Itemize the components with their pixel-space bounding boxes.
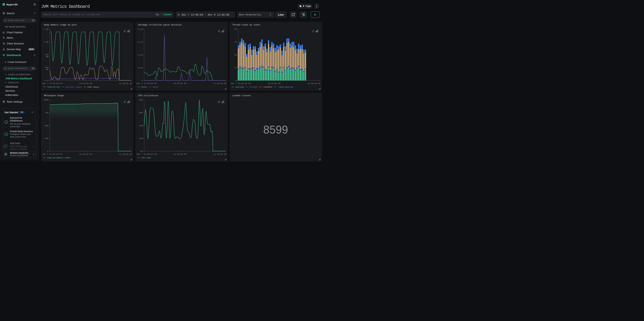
svg-text:CPU time: CPU time [142,157,151,159]
svg-text:10:30:00 PM: 10:30:00 PM [173,82,186,84]
svg-text:Loaded classes: Loaded classes [232,94,251,97]
svg-text:1 GB: 1 GB [44,28,48,30]
svg-text:Survivor Space: Survivor Space [66,86,82,88]
svg-text:0.16: 0.16 [138,28,142,30]
svg-text:minor: minor [142,86,147,88]
svg-text:75M: 75M [45,112,48,114]
svg-text:Dec 7 12:00:00 PM: Dec 7 12:00:00 PM [42,153,62,155]
svg-text:0: 0 [236,79,237,82]
svg-text:waiting: waiting [236,86,244,88]
svg-text:Garbage collection pause durat: Garbage collection pause duration [138,23,182,26]
svg-text:0.08: 0.08 [138,54,142,56]
svg-text:Heap memory usage by pool: Heap memory usage by pool [44,23,77,26]
svg-text:30: 30 [234,54,237,56]
svg-text:Metaspace Usage: Metaspace Usage [44,94,64,97]
svg-text:11:30:00 AM: 11:30:00 AM [213,153,226,155]
svg-text:timed_waiting: timed_waiting [278,86,293,88]
svg-text:10:30:00 PM: 10:30:00 PM [173,153,186,155]
svg-text:MB: MB [46,68,48,70]
svg-text:major: major [153,86,159,88]
svg-text:10:30:00 PM: 10:30:00 PM [79,82,92,84]
svg-text:0: 0 [47,150,48,152]
svg-text:40%: 40% [139,99,142,101]
svg-text:Dec 7 12:00:00 PM: Dec 7 12:00:00 PM [137,153,156,155]
svg-text:25M: 25M [45,137,48,140]
svg-text:10:30:00 PM: 10:30:00 PM [268,82,280,84]
svg-text:50M: 50M [45,125,48,127]
svg-text:8599: 8599 [263,123,288,136]
svg-text:20%: 20% [139,125,142,127]
svg-text:Thread count by state: Thread count by state [232,23,260,26]
svg-text:CPU utilization: CPU utilization [138,94,158,97]
svg-text:11:30:00 AM: 11:30:00 AM [119,82,132,84]
svg-text:11:30:00 AM: 11:30:00 AM [308,82,320,84]
svg-text:11:30:00 AM: 11:30:00 AM [213,82,226,84]
svg-text:10%: 10% [139,137,142,140]
svg-text:Tenured Gen: Tenured Gen [47,86,60,88]
svg-text:45: 45 [234,41,237,43]
svg-text:avg(jvm.memory.used): avg(jvm.memory.used) [47,157,70,159]
svg-text:Dec 7 12:00:00 PM: Dec 7 12:00:00 PM [137,82,156,84]
svg-text:30%: 30% [139,112,142,114]
svg-text:60: 60 [234,28,237,30]
svg-text:Dec 7 12:00:00 PM: Dec 7 12:00:00 PM [42,82,62,84]
svg-text:0.12: 0.12 [138,41,142,43]
svg-text:runnable: runnable [263,86,272,88]
svg-text:blocked: blocked [249,86,257,88]
svg-text:MB: MB [46,55,48,57]
svg-text:10:30:00 PM: 10:30:00 PM [79,153,92,155]
svg-text:0%: 0% [140,150,142,152]
svg-text:15: 15 [234,66,237,69]
svg-text:Eden Space: Eden Space [88,86,99,88]
svg-text:Dec 7 12:00:00 PM: Dec 7 12:00:00 PM [231,82,250,84]
svg-text:1 GB: 1 GB [44,41,48,43]
svg-text:0.04: 0.04 [138,66,142,69]
svg-text:0 B: 0 B [45,79,48,82]
svg-text:11:30:00 AM: 11:30:00 AM [119,153,132,155]
svg-text:0: 0 [142,79,142,82]
svg-text:100M: 100M [44,99,48,101]
